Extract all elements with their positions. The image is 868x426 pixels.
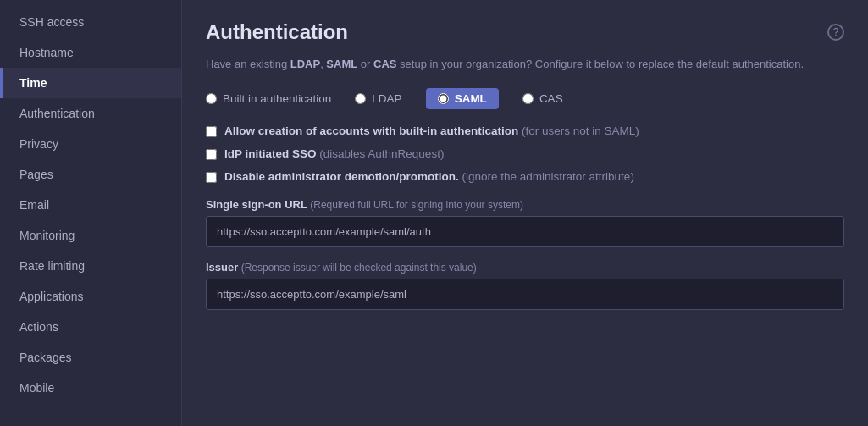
issuer-input[interactable] (206, 279, 844, 310)
help-icon[interactable]: ? (827, 24, 844, 41)
sidebar-item-rate-limiting[interactable]: Rate limiting (0, 251, 181, 281)
radio-label-cas: CAS (539, 92, 563, 105)
main-content: Authentication ? Have an existing LDAP, … (182, 0, 868, 426)
checkbox-text-2: Disable administrator demotion/promotion… (224, 170, 634, 183)
sidebar-item-privacy[interactable]: Privacy (0, 129, 181, 159)
sidebar-item-packages[interactable]: Packages (0, 342, 181, 373)
issuer-label: Issuer (Response issuer will be checked … (206, 261, 844, 274)
checkbox-text-1: IdP initiated SSO (disables AuthnRequest… (224, 147, 444, 160)
checkbox-0[interactable]: Allow creation of accounts with built-in… (206, 124, 844, 137)
sidebar-item-time[interactable]: Time (0, 68, 181, 98)
radio-label-builtin: Built in authentication (223, 92, 331, 105)
auth-method-radio-group: Built in authenticationLDAPSAMLCAS (206, 88, 844, 109)
sidebar-item-mobile[interactable]: Mobile (0, 373, 181, 403)
checkbox-2[interactable]: Disable administrator demotion/promotion… (206, 170, 844, 183)
form-section: Single sign-on URL (Required full URL fo… (206, 198, 844, 324)
radio-saml[interactable]: SAML (426, 88, 499, 109)
sidebar-item-applications[interactable]: Applications (0, 281, 181, 312)
sso-url-label: Single sign-on URL (Required full URL fo… (206, 198, 844, 211)
sidebar-item-ssh-access[interactable]: SSH access (0, 7, 181, 37)
radio-builtin[interactable]: Built in authentication (206, 92, 331, 105)
radio-cas[interactable]: CAS (522, 92, 563, 105)
sidebar-item-authentication[interactable]: Authentication (0, 98, 181, 129)
radio-ldap[interactable]: LDAP (355, 92, 401, 105)
sidebar-item-email[interactable]: Email (0, 190, 181, 220)
description: Have an existing LDAP, SAML or CAS setup… (206, 56, 844, 73)
radio-label-ldap: LDAP (372, 92, 401, 105)
checkbox-text-0: Allow creation of accounts with built-in… (224, 124, 639, 137)
page-title: Authentication (206, 20, 348, 44)
sso-url-input[interactable] (206, 216, 844, 247)
sidebar-item-pages[interactable]: Pages (0, 159, 181, 190)
sidebar-item-hostname[interactable]: Hostname (0, 37, 181, 68)
sidebar: SSH accessHostnameTimeAuthenticationPriv… (0, 0, 182, 426)
sidebar-item-actions[interactable]: Actions (0, 312, 181, 342)
checkboxes-section: Allow creation of accounts with built-in… (206, 124, 844, 183)
radio-label-saml: SAML (455, 92, 487, 105)
sidebar-item-monitoring[interactable]: Monitoring (0, 220, 181, 251)
checkbox-1[interactable]: IdP initiated SSO (disables AuthnRequest… (206, 147, 844, 160)
